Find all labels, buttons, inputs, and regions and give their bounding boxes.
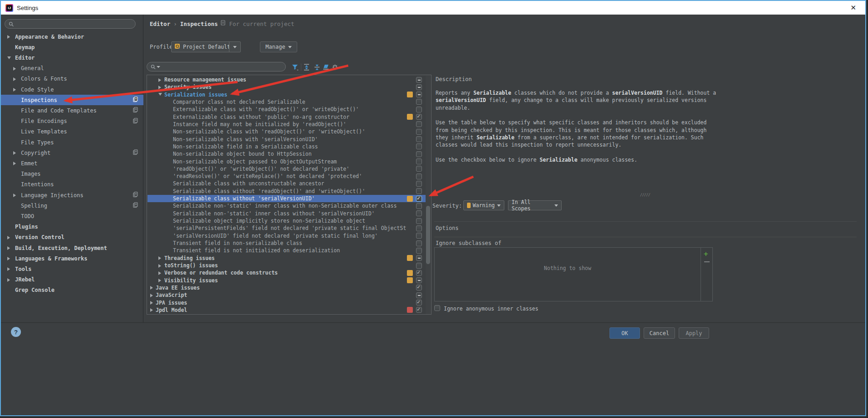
inspection-row[interactable]: Java EE issues bbox=[147, 284, 426, 291]
sidebar-item-file-encodings[interactable]: File Encodings bbox=[1, 116, 143, 127]
sidebar-item-spelling[interactable]: Spelling bbox=[1, 200, 143, 211]
add-class-button[interactable]: + bbox=[704, 250, 708, 258]
inspection-checkbox[interactable] bbox=[416, 188, 422, 194]
inspection-row[interactable]: Non-serializable class with 'readObject(… bbox=[147, 128, 426, 135]
chevron-right-icon[interactable] bbox=[150, 286, 153, 290]
apply-button[interactable]: Apply bbox=[679, 327, 709, 339]
chevron-right-icon[interactable] bbox=[7, 267, 10, 271]
inspection-checkbox[interactable] bbox=[416, 307, 422, 313]
inspection-row[interactable]: Transient field in non-serializable clas… bbox=[147, 240, 426, 247]
inspection-checkbox[interactable] bbox=[416, 233, 422, 239]
sidebar-item-copyright[interactable]: Copyright bbox=[1, 148, 143, 158]
inspection-row[interactable]: 'serialPersistentFields' field not decla… bbox=[147, 224, 426, 232]
inspection-checkbox[interactable] bbox=[416, 277, 422, 283]
inspection-checkbox[interactable] bbox=[416, 136, 422, 142]
tree-scrollbar[interactable] bbox=[426, 76, 431, 315]
sidebar-item-images[interactable]: Images bbox=[1, 169, 143, 179]
sidebar-item-languages-frameworks[interactable]: Languages & Frameworks bbox=[1, 253, 143, 264]
chevron-right-icon[interactable] bbox=[158, 86, 161, 89]
sidebar-item-plugins[interactable]: Plugins bbox=[1, 222, 143, 232]
sidebar-item-intentions[interactable]: Intentions bbox=[1, 179, 143, 190]
inspection-row[interactable]: Externalizable class with 'readObject()'… bbox=[147, 106, 426, 113]
reset-eraser-icon[interactable] bbox=[322, 63, 330, 71]
inspection-checkbox[interactable] bbox=[416, 240, 422, 246]
inspection-row[interactable]: 'readResolve()' or 'writeReplace()' not … bbox=[147, 173, 426, 180]
collapse-all-icon[interactable] bbox=[313, 63, 321, 71]
inspection-checkbox[interactable] bbox=[416, 166, 422, 172]
profile-combobox[interactable]: Project Default bbox=[171, 41, 241, 52]
inspection-row[interactable]: Verbose or redundant code constructs bbox=[147, 269, 426, 276]
chevron-right-icon[interactable] bbox=[7, 35, 10, 39]
inspection-checkbox[interactable] bbox=[416, 300, 422, 306]
sidebar-search[interactable] bbox=[5, 19, 136, 29]
sidebar-item-build-execution-deployment[interactable]: Build, Execution, Deployment bbox=[1, 243, 143, 253]
inspection-row[interactable]: Serializable class without 'serialVersio… bbox=[147, 195, 426, 202]
close-icon[interactable]: ✕ bbox=[848, 3, 859, 13]
splitter-grip[interactable]: ///// bbox=[640, 193, 650, 197]
chevron-right-icon[interactable] bbox=[13, 162, 16, 165]
sidebar-item-todo[interactable]: TODO bbox=[1, 211, 143, 221]
inspection-checkbox[interactable] bbox=[416, 225, 422, 231]
sidebar-item-emmet[interactable]: Emmet bbox=[1, 158, 143, 168]
chevron-right-icon[interactable] bbox=[7, 278, 10, 282]
cancel-button[interactable]: Cancel bbox=[644, 327, 675, 339]
manage-button[interactable]: Manage bbox=[260, 41, 297, 52]
inspection-checkbox[interactable] bbox=[416, 210, 422, 216]
inspection-row[interactable]: Comparator class not declared Serializab… bbox=[147, 98, 426, 106]
inspection-checkbox[interactable] bbox=[416, 285, 422, 291]
severity-combobox[interactable]: Warning bbox=[463, 200, 504, 210]
expand-all-icon[interactable] bbox=[303, 63, 310, 71]
sidebar-item-code-style[interactable]: Code Style bbox=[1, 84, 143, 95]
ok-button[interactable]: OK bbox=[609, 327, 640, 339]
chevron-down-icon[interactable] bbox=[158, 93, 162, 96]
help-button[interactable]: ? bbox=[11, 327, 21, 337]
sidebar-item-file-types[interactable]: File Types bbox=[1, 137, 143, 148]
chevron-down-icon[interactable] bbox=[7, 56, 11, 59]
ignore-subclasses-list[interactable]: Nothing to show + bbox=[434, 247, 713, 301]
gear-icon[interactable] bbox=[331, 63, 342, 71]
inspections-search-input[interactable] bbox=[162, 63, 282, 71]
inspection-row[interactable]: Serializable non-'static' inner class wi… bbox=[147, 210, 426, 217]
inspection-row[interactable]: Jpdl Model bbox=[147, 306, 426, 314]
inspection-row[interactable]: Visibility issues bbox=[147, 277, 426, 284]
chevron-right-icon[interactable] bbox=[158, 271, 161, 275]
scope-combobox[interactable]: In All Scopes bbox=[508, 200, 562, 210]
filter-icon[interactable] bbox=[291, 63, 299, 71]
sidebar-search-input[interactable] bbox=[16, 20, 132, 28]
inspections-search[interactable] bbox=[147, 62, 286, 71]
inspection-checkbox[interactable] bbox=[416, 158, 422, 164]
chevron-right-icon[interactable] bbox=[158, 256, 161, 260]
inspection-row[interactable]: Resource management issues bbox=[147, 76, 426, 83]
sidebar-item-version-control[interactable]: Version Control bbox=[1, 232, 143, 243]
sidebar-item-live-templates[interactable]: Live Templates bbox=[1, 127, 143, 137]
inspection-checkbox[interactable] bbox=[416, 248, 422, 254]
sidebar-item-appearance-behavior[interactable]: Appearance & Behavior bbox=[1, 31, 143, 42]
inspection-row[interactable]: Externalizable class without 'public' no… bbox=[147, 113, 426, 121]
inspection-row[interactable]: Instance field may not be initialized by… bbox=[147, 121, 426, 128]
inspection-row[interactable]: Non-serializable field in a Serializable… bbox=[147, 143, 426, 150]
inspection-row[interactable]: 'readObject()' or 'writeObject()' not de… bbox=[147, 165, 426, 173]
sidebar-item-file-and-code-templates[interactable]: File and Code Templates bbox=[1, 105, 143, 116]
scrollbar-thumb[interactable] bbox=[426, 206, 430, 264]
inspection-checkbox[interactable] bbox=[416, 173, 422, 179]
sidebar-item-language-injections[interactable]: Language Injections bbox=[1, 190, 143, 200]
chevron-right-icon[interactable] bbox=[13, 67, 16, 71]
inspection-row[interactable]: Non-serializable object passed to Object… bbox=[147, 158, 426, 165]
breadcrumb-editor[interactable]: Editor bbox=[150, 20, 170, 27]
inspection-checkbox[interactable] bbox=[416, 196, 422, 202]
sidebar-item-editor[interactable]: Editor bbox=[1, 52, 143, 63]
chevron-right-icon[interactable] bbox=[7, 236, 10, 240]
inspection-row[interactable]: Serializable class without 'readObject()… bbox=[147, 188, 426, 195]
chevron-down-icon[interactable] bbox=[229, 42, 240, 52]
sidebar-item-grep-console[interactable]: Grep Console bbox=[1, 285, 143, 296]
chevron-right-icon[interactable] bbox=[150, 301, 153, 305]
inspection-checkbox[interactable] bbox=[416, 151, 422, 157]
inspection-row[interactable]: Non-serializable class with 'serialVersi… bbox=[147, 136, 426, 143]
inspection-row[interactable]: toString() issues bbox=[147, 262, 426, 269]
inspection-checkbox[interactable] bbox=[416, 99, 422, 105]
chevron-right-icon[interactable] bbox=[13, 88, 16, 92]
sidebar-item-keymap[interactable]: Keymap bbox=[1, 42, 143, 52]
inspection-checkbox[interactable] bbox=[416, 84, 422, 90]
sidebar-item-general[interactable]: General bbox=[1, 63, 143, 74]
inspection-checkbox[interactable] bbox=[416, 92, 422, 97]
